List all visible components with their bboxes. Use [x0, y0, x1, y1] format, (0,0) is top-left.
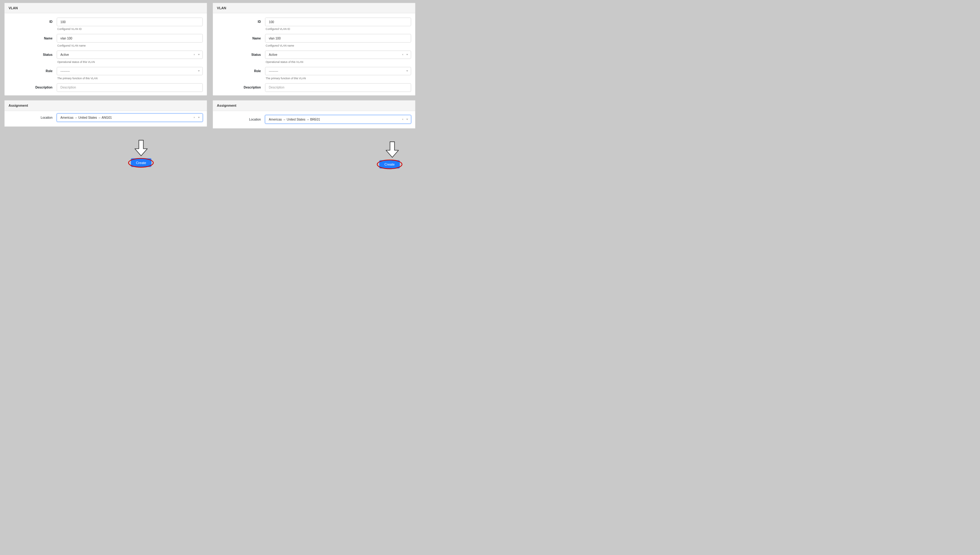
clear-icon[interactable]: × [401, 53, 404, 56]
name-label: Name [217, 34, 265, 40]
name-input[interactable] [57, 34, 203, 43]
status-label: Status [9, 51, 57, 56]
name-input[interactable] [265, 34, 411, 43]
status-row: Status Active × Operational status of [217, 51, 411, 64]
id-help: Configured VLAN ID [57, 27, 203, 30]
clear-icon[interactable]: × [193, 116, 196, 119]
description-row: Description [217, 83, 411, 92]
status-help: Operational status of this VLAN [265, 61, 411, 64]
assignment-panel-body: Location Americas → United States → BRE0… [213, 111, 415, 128]
role-row: Role --------- The primary function of t… [217, 67, 411, 80]
down-arrow-icon [133, 140, 149, 157]
description-input[interactable] [265, 83, 411, 92]
assignment-panel-title: Assignment [5, 101, 207, 111]
assignment-panel: Assignment Location Americas → United St… [4, 100, 207, 127]
role-label: Role [9, 67, 57, 73]
description-label: Description [217, 83, 265, 89]
status-label: Status [217, 51, 265, 56]
vlan-panel: VLAN ID Configured VLAN ID Name Configur… [4, 3, 207, 96]
role-help: The primary function of this VLAN [57, 77, 203, 80]
id-input[interactable] [57, 18, 203, 26]
name-row: Name Configured VLAN name [217, 34, 411, 47]
id-row: ID Configured VLAN ID [9, 18, 203, 30]
name-row: Name Configured VLAN name [9, 34, 203, 47]
role-select-value: --------- [269, 69, 401, 73]
role-select[interactable]: --------- [57, 67, 203, 75]
location-select[interactable]: Americas → United States → ANG01 × [57, 114, 203, 122]
id-input[interactable] [265, 18, 411, 26]
chevron-down-icon[interactable] [197, 116, 200, 119]
role-select-value: --------- [61, 69, 192, 73]
description-input[interactable] [57, 83, 203, 92]
name-help: Configured VLAN name [265, 44, 411, 47]
clear-icon[interactable]: × [193, 53, 196, 56]
role-help: The primary function of this VLAN [265, 77, 411, 80]
vlan-panel-title: VLAN [213, 3, 415, 13]
clear-icon[interactable]: × [401, 118, 404, 121]
chevron-down-icon[interactable] [406, 70, 409, 73]
location-select[interactable]: Americas → United States → BRE01 × [265, 115, 411, 124]
name-help: Configured VLAN name [57, 44, 203, 47]
status-select[interactable]: Active × [57, 51, 203, 59]
description-label: Description [9, 83, 57, 89]
status-row: Status Active × Operational status of [9, 51, 203, 64]
status-select[interactable]: Active × [265, 51, 411, 59]
status-select-value: Active [269, 53, 401, 56]
location-label: Location [217, 115, 265, 121]
vlan-panel: VLAN ID Configured VLAN ID Name Configur… [213, 3, 416, 96]
name-label: Name [9, 34, 57, 40]
chevron-down-icon[interactable] [197, 70, 200, 73]
status-help: Operational status of this VLAN [57, 61, 203, 64]
location-row: Location Americas → United States → ANG0… [9, 114, 203, 122]
location-select-value: Americas → United States → ANG01 [61, 116, 192, 119]
id-row: ID Configured VLAN ID [217, 18, 411, 30]
assignment-panel-title: Assignment [213, 101, 415, 111]
assignment-panel-body: Location Americas → United States → ANG0… [5, 111, 207, 127]
role-label: Role [217, 67, 265, 73]
create-button[interactable]: Create [131, 159, 151, 167]
id-label: ID [217, 18, 265, 23]
role-row: Role --------- The primary function of t… [9, 67, 203, 80]
chevron-down-icon[interactable] [406, 118, 409, 121]
create-button[interactable]: Create [379, 160, 400, 168]
description-row: Description [9, 83, 203, 92]
role-select[interactable]: --------- [265, 67, 411, 75]
chevron-down-icon[interactable] [406, 53, 409, 56]
vlan-panel-body: ID Configured VLAN ID Name Configured VL… [213, 13, 415, 95]
vlan-panel-title: VLAN [5, 3, 207, 13]
id-help: Configured VLAN ID [265, 27, 411, 30]
chevron-down-icon[interactable] [197, 53, 200, 56]
location-select-value: Americas → United States → BRE01 [269, 118, 401, 121]
vlan-panel-body: ID Configured VLAN ID Name Configured VL… [5, 13, 207, 95]
assignment-panel: Assignment Location Americas → United St… [213, 100, 416, 128]
id-label: ID [9, 18, 57, 23]
down-arrow-icon [385, 141, 400, 158]
status-select-value: Active [61, 53, 192, 56]
location-label: Location [9, 114, 57, 119]
location-row: Location Americas → United States → BRE0… [217, 115, 411, 124]
